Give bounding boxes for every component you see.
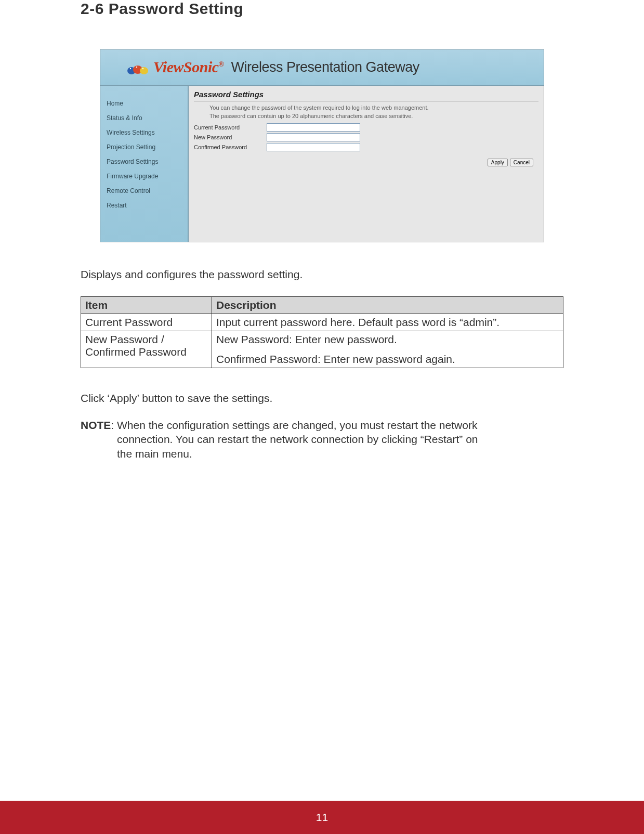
table-cell-item: Current Password [81,314,212,331]
page-footer: 11 [0,801,644,834]
svg-point-4 [136,67,137,68]
section-title: 2-6 Password Setting [81,0,563,18]
table-header-row: Item Description [81,297,563,314]
new-password-label: New Password [194,134,267,140]
note-block: NOTE: When the configuration settings ar… [81,418,563,461]
note-text-1: : When the configuration settings are ch… [111,419,477,431]
note-label: NOTE [81,419,111,431]
brand-logo-text: ViewSonic® [153,58,224,76]
description-table: Item Description Current Password Input … [81,296,563,368]
sidebar-item-remote[interactable]: Remote Control [107,184,186,198]
svg-point-5 [142,68,143,69]
banner: ViewSonic® Wireless Presentation Gateway [100,49,544,86]
table-row: Current Password Input current password … [81,314,563,331]
apply-button[interactable]: Apply [488,159,508,166]
table-cell-desc: Input current password here. Default pas… [212,314,563,331]
confirmed-password-input[interactable] [267,143,360,151]
new-password-input[interactable] [267,133,360,141]
content-title: Password Settings [194,90,538,101]
info-text-1: You can change the password of the syste… [194,105,538,111]
svg-point-3 [130,68,131,69]
content-panel: Password Settings You can change the pas… [189,86,544,242]
sidebar-item-home[interactable]: Home [107,96,186,111]
sidebar-item-wireless[interactable]: Wireless Settings [107,125,186,140]
note-text-2: connection. You can restart the network … [81,432,563,446]
intro-text: Displays and configures the password set… [81,268,563,281]
sidebar-item-password[interactable]: Password Settings [107,154,186,169]
page-number: 11 [316,811,328,824]
sidebar-item-status[interactable]: Status & Info [107,111,186,125]
sidebar: Home Status & Info Wireless Settings Pro… [100,86,189,242]
table-row: New Password / Confirmed Password New Pa… [81,331,563,368]
confirmed-password-label: Confirmed Password [194,144,267,150]
cancel-button[interactable]: Cancel [510,159,533,166]
current-password-label: Current Password [194,124,267,131]
table-cell-item: New Password / Confirmed Password [81,331,212,368]
banner-title: Wireless Presentation Gateway [231,59,419,75]
sidebar-item-firmware[interactable]: Firmware Upgrade [107,169,186,184]
info-text-2: The password can contain up to 20 alphan… [194,113,538,119]
viewsonic-birds-icon [126,59,149,75]
table-cell-desc: New Password: Enter new password. Confir… [212,331,563,368]
password-settings-screenshot: ViewSonic® Wireless Presentation Gateway… [100,49,544,242]
svg-point-2 [140,67,148,74]
apply-instruction: Click ‘Apply’ button to save the setting… [81,392,563,405]
table-header-desc: Description [212,297,563,314]
note-text-3: the main menu. [81,447,563,461]
sidebar-item-projection[interactable]: Projection Setting [107,140,186,154]
sidebar-item-restart[interactable]: Restart [107,198,186,213]
current-password-input[interactable] [267,123,360,132]
table-header-item: Item [81,297,212,314]
